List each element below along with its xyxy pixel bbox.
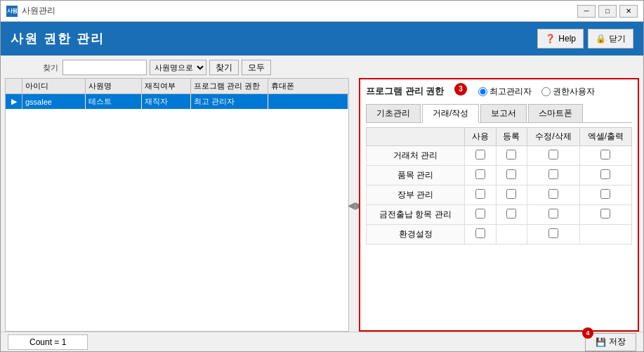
search-button[interactable]: 찾기 xyxy=(209,60,239,75)
perm-row-label-5: 환경설정 xyxy=(367,224,465,244)
checkbox-reg-3[interactable] xyxy=(506,189,516,199)
save-area: 4 💾 저장 xyxy=(585,333,636,351)
save-badge: 4 xyxy=(582,327,593,339)
col-header-name: 사원명 xyxy=(86,79,142,93)
search-input[interactable] xyxy=(63,60,147,75)
checkbox-use-2[interactable] xyxy=(475,169,485,179)
right-panel-title: 프로그램 관리 권한 3 xyxy=(366,85,467,98)
row-perm: 최고 관리자 xyxy=(191,94,268,109)
checkbox-use-1[interactable] xyxy=(475,150,485,159)
checkbox-excel-1[interactable] xyxy=(600,150,610,159)
col-th-reg: 등록 xyxy=(496,127,527,145)
col-header-status: 재직여부 xyxy=(142,79,191,93)
perm-edit-1[interactable] xyxy=(527,145,579,165)
perm-excel-3[interactable] xyxy=(579,185,631,204)
perm-use-4[interactable] xyxy=(465,204,497,224)
all-button[interactable]: 모두 xyxy=(242,60,271,75)
checkbox-excel-3[interactable] xyxy=(600,189,610,199)
checkbox-reg-4[interactable] xyxy=(506,209,516,219)
perm-use-3[interactable] xyxy=(465,185,497,204)
radio-user-label[interactable]: 권한사용자 xyxy=(541,86,595,98)
perm-excel-5-empty xyxy=(579,224,631,244)
col-th-edit: 수정/삭제 xyxy=(527,127,579,145)
col-th-empty xyxy=(367,127,465,145)
col-header-id: 아이디 xyxy=(22,79,86,93)
perm-excel-2[interactable] xyxy=(579,165,631,185)
perm-edit-3[interactable] xyxy=(527,185,579,204)
permission-panel: 프로그램 관리 권한 3 최고관리자 권한사용자 xyxy=(359,78,639,332)
perm-excel-4[interactable] xyxy=(579,204,631,224)
perm-row-5: 환경설정 xyxy=(367,224,632,244)
window-close-button[interactable]: ✕ xyxy=(619,5,638,18)
perm-row-label-4: 금전출납 항목 관리 xyxy=(367,204,465,224)
checkbox-reg-2[interactable] xyxy=(506,169,516,179)
perm-use-1[interactable] xyxy=(465,145,497,165)
perm-row-label-3: 장부 관리 xyxy=(367,185,465,204)
radio-admin-label[interactable]: 최고관리자 xyxy=(478,86,532,98)
radio-user[interactable] xyxy=(541,87,551,96)
permission-table: 사용 등록 수정/삭제 엑셀/출력 거래처 관리 xyxy=(366,127,632,245)
save-icon: 💾 xyxy=(596,337,606,347)
perm-row-label-2: 품목 관리 xyxy=(367,165,465,185)
right-panel-header: 프로그램 관리 권한 3 최고관리자 권한사용자 xyxy=(366,85,632,98)
checkbox-reg-1[interactable] xyxy=(506,150,516,159)
header-close-button[interactable]: 🔒 닫기 xyxy=(588,29,633,48)
minimize-button[interactable]: ─ xyxy=(577,5,596,18)
table-row[interactable]: ▶ gssalee 테스트 재직자 최고 관리자 xyxy=(6,94,348,110)
perm-edit-4[interactable] xyxy=(527,204,579,224)
title-bar: 사원 사원관리 ─ □ ✕ xyxy=(1,1,643,22)
checkbox-edit-3[interactable] xyxy=(548,189,558,199)
row-id: gssalee xyxy=(22,94,86,109)
checkbox-edit-4[interactable] xyxy=(548,209,558,219)
tab-basic[interactable]: 기초관리 xyxy=(366,104,421,122)
perm-reg-5-empty xyxy=(496,224,527,244)
checkbox-edit-2[interactable] xyxy=(548,169,558,179)
col-header-phone: 휴대폰 xyxy=(268,79,348,93)
col-th-excel: 엑셀/출력 xyxy=(579,127,631,145)
employee-list-panel: 아이디 사원명 재직여부 프로그램 관리 권한 휴대폰 ▶ gssalee 테스… xyxy=(5,78,349,332)
perm-row-3: 장부 관리 xyxy=(367,185,632,204)
maximize-button[interactable]: □ xyxy=(598,5,617,18)
content-area: 아이디 사원명 재직여부 프로그램 관리 권한 휴대폰 ▶ gssalee 테스… xyxy=(1,78,643,332)
page-title: 사원 권한 관리 xyxy=(11,30,105,47)
checkbox-use-4[interactable] xyxy=(475,209,485,219)
checkbox-edit-5[interactable] xyxy=(548,228,558,238)
help-button[interactable]: ❓ Help xyxy=(537,29,584,48)
perm-reg-2[interactable] xyxy=(496,165,527,185)
search-label: 찾기 xyxy=(43,63,58,73)
perm-edit-2[interactable] xyxy=(527,165,579,185)
row-phone xyxy=(268,94,348,109)
row-arrow: ▶ xyxy=(6,94,22,109)
perm-reg-3[interactable] xyxy=(496,185,527,204)
perm-excel-1[interactable] xyxy=(579,145,631,165)
checkbox-use-3[interactable] xyxy=(475,189,485,199)
status-bar: Count = 1 4 💾 저장 xyxy=(1,332,643,351)
perm-reg-1[interactable] xyxy=(496,145,527,165)
window-title: 사원관리 xyxy=(22,5,55,17)
perm-row-4: 금전출납 항목 관리 xyxy=(367,204,632,224)
radio-admin-text: 최고관리자 xyxy=(489,86,532,98)
col-header-num xyxy=(6,79,22,93)
count-display: Count = 1 xyxy=(8,334,88,350)
perm-edit-5[interactable] xyxy=(527,224,579,244)
arrow-icon: ▶ xyxy=(11,97,17,106)
panel-badge-3: 3 xyxy=(454,83,467,96)
search-type-select[interactable]: 사원명으로 xyxy=(150,60,206,75)
perm-row-label-1: 거래처 관리 xyxy=(367,145,465,165)
checkbox-edit-1[interactable] xyxy=(548,150,558,159)
panel-splitter[interactable]: ◀▶ xyxy=(352,78,359,332)
radio-user-text: 권한사용자 xyxy=(553,86,595,98)
checkbox-excel-2[interactable] xyxy=(600,169,610,179)
tab-smartphone[interactable]: 스마트폰 xyxy=(528,104,583,122)
perm-reg-4[interactable] xyxy=(496,204,527,224)
help-icon: ❓ xyxy=(545,34,556,44)
tab-trade[interactable]: 거래/작성 xyxy=(422,104,479,123)
perm-use-5[interactable] xyxy=(465,224,497,244)
col-header-perm: 프로그램 관리 권한 xyxy=(191,79,268,93)
radio-admin[interactable] xyxy=(478,87,487,96)
tab-report[interactable]: 보고서 xyxy=(480,104,527,122)
perm-use-2[interactable] xyxy=(465,165,497,185)
checkbox-use-5[interactable] xyxy=(475,228,485,238)
checkbox-excel-4[interactable] xyxy=(600,209,610,219)
radio-group: 최고관리자 권한사용자 xyxy=(478,86,595,98)
